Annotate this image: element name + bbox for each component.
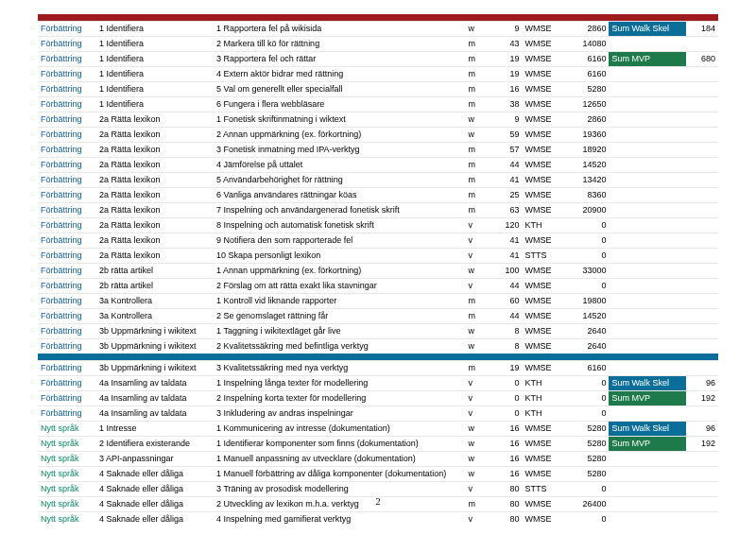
cost-cell: 0 <box>562 249 609 264</box>
sub-category-cell: 3 API-anpassningar <box>96 452 214 467</box>
type-cell: w <box>466 339 489 354</box>
description-cell: 2 Förslag om att rätta exakt lika stavni… <box>214 279 465 294</box>
table-row: Förbättring2a Rätta lexikon6 Vanliga anv… <box>38 188 718 203</box>
hours-cell: 38 <box>488 97 522 112</box>
table-row: Förbättring2b rätta artikel1 Annan uppmä… <box>38 264 718 279</box>
category-cell: Förbättring <box>38 264 96 279</box>
cost-cell: 19360 <box>562 128 609 143</box>
sub-category-cell: 2b rätta artikel <box>96 279 214 294</box>
cost-cell: 0 <box>562 233 609 249</box>
cost-cell: 0 <box>562 218 609 233</box>
summary-label-cell: Sum MVP <box>609 437 685 452</box>
org-cell: WMSE <box>522 279 562 294</box>
type-cell: v <box>466 233 489 249</box>
description-cell: 9 Notifiera den som rapporterade fel <box>214 233 465 249</box>
org-cell: WMSE <box>522 422 562 437</box>
category-cell: Förbättring <box>38 82 96 97</box>
sub-category-cell: 2a Rätta lexikon <box>96 112 214 128</box>
sub-category-cell: 2a Rätta lexikon <box>96 128 214 143</box>
table-row: Förbättring2a Rätta lexikon2 Annan uppmä… <box>38 128 718 143</box>
table-row: Förbättring3b Uppmärkning i wikitext3 Kv… <box>38 361 718 376</box>
description-cell: 1 Taggning i wikitextläget går live <box>214 324 465 339</box>
cost-cell: 6160 <box>562 67 609 82</box>
table-row: Förbättring3a Kontrollera2 Se genomslage… <box>38 309 718 324</box>
type-cell: m <box>466 309 489 324</box>
category-cell: Förbättring <box>38 173 96 188</box>
table-row: Förbättring1 Identifiera1 Rapportera fel… <box>38 22 718 37</box>
table-row: Nytt språk2 Identifiera existerande1 Ide… <box>38 437 718 452</box>
hours-cell: 44 <box>488 158 522 173</box>
org-cell: WMSE <box>522 233 562 249</box>
description-cell: 2 Annan uppmärkning (ex. förkortning) <box>214 128 465 143</box>
cost-cell: 8360 <box>562 188 609 203</box>
category-cell: Nytt språk <box>38 452 96 467</box>
description-cell: 7 Inspelning och användargenerad fonetis… <box>214 203 465 218</box>
type-cell: w <box>466 467 489 482</box>
description-cell: 3 Kvalitetssäkring med nya verktyg <box>214 361 465 376</box>
category-cell: Förbättring <box>38 376 96 391</box>
table-row: Förbättring3b Uppmärkning i wikitext1 Ta… <box>38 324 718 339</box>
table-row: Förbättring1 Identifiera5 Val om generel… <box>38 82 718 97</box>
type-cell: m <box>466 188 489 203</box>
sub-category-cell: 1 Intresse <box>96 422 214 437</box>
hours-cell: 16 <box>488 422 522 437</box>
cost-cell: 6160 <box>562 361 609 376</box>
type-cell: w <box>466 128 489 143</box>
section-header <box>38 14 718 22</box>
description-cell: 1 Kommunicering av intresse (dokumentati… <box>214 422 465 437</box>
org-cell: WMSE <box>522 437 562 452</box>
description-cell: 4 Inspelning med gamifierat verktyg <box>214 512 465 527</box>
cost-cell: 12650 <box>562 97 609 112</box>
sub-category-cell: 3b Uppmärkning i wikitext <box>96 339 214 354</box>
hours-cell: 8 <box>488 324 522 339</box>
sub-category-cell: 4a Insamling av taldata <box>96 406 214 422</box>
hours-cell: 63 <box>488 203 522 218</box>
summary-label-cell: Sum MVP <box>609 52 685 67</box>
hours-cell: 44 <box>488 279 522 294</box>
type-cell: m <box>466 67 489 82</box>
sub-category-cell: 4 Saknade eller dåliga <box>96 512 214 527</box>
category-cell: Förbättring <box>38 361 96 376</box>
description-cell: 8 Inspelning och automatisk fonetisk skr… <box>214 218 465 233</box>
table-row: Förbättring2a Rätta lexikon4 Jämförelse … <box>38 158 718 173</box>
sub-category-cell: 4 Saknade eller dåliga <box>96 467 214 482</box>
hours-cell: 25 <box>488 188 522 203</box>
category-cell: Förbättring <box>38 294 96 309</box>
category-cell: Förbättring <box>38 324 96 339</box>
category-cell: Förbättring <box>38 158 96 173</box>
description-cell: 3 Rapportera fel och rättar <box>214 52 465 67</box>
sub-category-cell: 4a Insamling av taldata <box>96 391 214 406</box>
org-cell: WMSE <box>522 52 562 67</box>
cost-cell: 5280 <box>562 467 609 482</box>
description-cell: 10 Skapa personligt lexikon <box>214 249 465 264</box>
type-cell: m <box>466 52 489 67</box>
hours-cell: 16 <box>488 452 522 467</box>
sub-category-cell: 1 Identifiera <box>96 67 214 82</box>
description-cell: 6 Vanliga användares rättningar köas <box>214 188 465 203</box>
category-cell: Förbättring <box>38 67 96 82</box>
cost-cell: 2860 <box>562 112 609 128</box>
table-row: Nytt språk4 Saknade eller dåliga1 Manuel… <box>38 467 718 482</box>
org-cell: WMSE <box>522 173 562 188</box>
type-cell: m <box>466 203 489 218</box>
category-cell: Förbättring <box>38 143 96 158</box>
org-cell: WMSE <box>522 339 562 354</box>
table-row: Förbättring2a Rätta lexikon1 Fonetisk sk… <box>38 112 718 128</box>
org-cell: WMSE <box>522 128 562 143</box>
type-cell: v <box>466 218 489 233</box>
org-cell: WMSE <box>522 143 562 158</box>
hours-cell: 0 <box>488 406 522 422</box>
org-cell: WMSE <box>522 467 562 482</box>
hours-cell: 59 <box>488 128 522 143</box>
summary-value-cell: 96 <box>686 422 718 437</box>
category-cell: Förbättring <box>38 52 96 67</box>
type-cell: m <box>466 143 489 158</box>
sub-category-cell: 1 Identifiera <box>96 37 214 52</box>
cost-cell: 2640 <box>562 324 609 339</box>
category-cell: Förbättring <box>38 37 96 52</box>
type-cell: v <box>466 391 489 406</box>
description-cell: 2 Se genomslaget rättning får <box>214 309 465 324</box>
category-cell: Nytt språk <box>38 467 96 482</box>
hours-cell: 8 <box>488 339 522 354</box>
type-cell: w <box>466 264 489 279</box>
